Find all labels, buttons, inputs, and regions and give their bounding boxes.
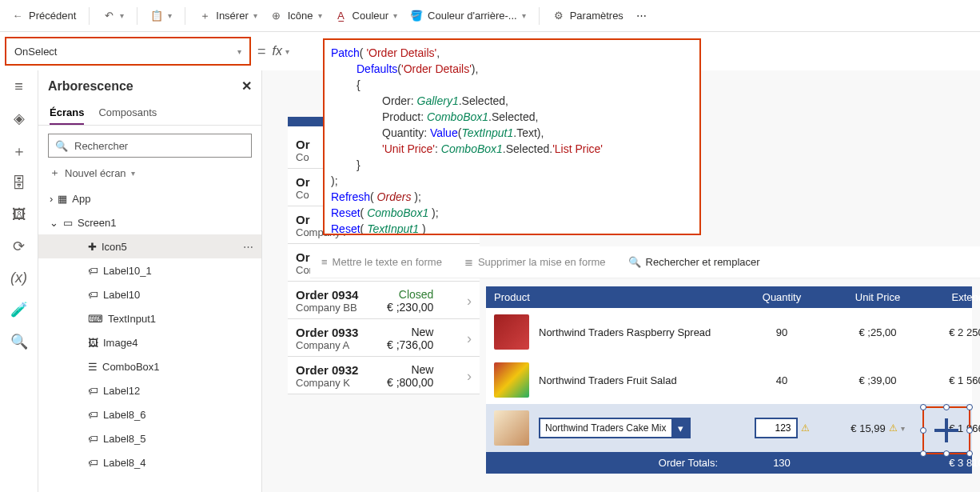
chevron-down-icon: ▾ [168,11,172,20]
tree-node[interactable]: 🏷Label10 [38,282,261,306]
formula-editor[interactable]: Patch( 'Order Details', Defaults('Order … [323,38,701,235]
plus-icon [934,418,958,442]
app-icon: ▦ [58,193,67,205]
equals-label: = [257,43,266,60]
flows-icon[interactable]: ⟳ [13,238,25,255]
product-price: € ;39,00 [830,374,926,386]
undo-button[interactable]: ↶▾ [98,6,129,26]
media-icon[interactable]: 🖼 [12,206,26,223]
add-icon[interactable]: ＋ [12,142,26,161]
insert-button[interactable]: ＋Insérer▾ [193,6,261,26]
tree-node[interactable]: ⌨TextInput1 [38,306,261,330]
close-icon[interactable]: ✕ [241,78,252,94]
menu-icon[interactable]: ≡ [14,78,23,95]
chevron-down-icon[interactable]: ▾ [671,419,689,437]
order-row[interactable]: Order 0933Company ANew€ ;736,00› [288,319,480,357]
totals-ext: € 3 810,00 [926,457,980,469]
formula-format-bar: ≡Mettre le texte en forme ≣Supprimer la … [310,246,980,278]
totals-qty: 130 [734,457,830,469]
back-button[interactable]: ← Précédent [6,6,81,26]
product-price: € 15,99 [851,422,885,434]
tests-icon[interactable]: 🧪 [10,301,28,318]
order-row[interactable]: Order 0932Company KNew€ ;800,00› [288,357,480,394]
undo-icon: ↶ [102,10,115,22]
search-icon: 🔍 [628,256,641,268]
table-row-new[interactable]: Northwind Traders Cake Mix ▾ ⚠ € 15,99 ⚠… [486,404,972,452]
data-icon[interactable]: 🗄 [12,175,26,192]
color-label: Couleur [353,10,389,22]
tree-node[interactable]: 🏷Label12 [38,378,261,402]
tree-node[interactable]: 🏷Label8_6 [38,402,261,426]
bg-color-button[interactable]: 🪣Couleur d'arrière-...▾ [405,6,531,26]
property-selector[interactable]: OnSelect ▾ [5,37,251,66]
overflow-button[interactable]: ⋯ [631,6,651,25]
tree-node[interactable]: 🏷Label8_5 [38,426,261,450]
order-details-table: Product Quantity Unit Price Extended Nor… [486,286,972,474]
paste-button[interactable]: 📋▾ [145,6,177,26]
tree-node[interactable]: 🏷Label8_4 [38,450,261,474]
image-icon: 🖼 [88,337,98,349]
add-icon-control[interactable] [922,406,970,454]
tree-node[interactable]: ☰ComboBox1 [38,354,261,378]
screen-icon: ▭ [63,217,73,229]
fx-icon[interactable]: fx [273,44,282,58]
more-icon[interactable]: ⋯ [243,241,253,253]
plus-icon: ＋ [50,166,60,180]
product-image [494,410,529,446]
layers-icon[interactable]: ◈ [14,110,25,127]
color-button[interactable]: A̲Couleur▾ [330,6,403,26]
chevron-down-icon[interactable]: ▾ [285,47,289,56]
tree-node[interactable]: 🏷Label10_1 [38,258,261,282]
product-combobox[interactable]: Northwind Traders Cake Mix ▾ [539,418,691,438]
more-icon: ⋯ [636,10,647,22]
tree-node-app[interactable]: ›▦App [38,186,261,210]
remove-format-button[interactable]: ≣Supprimer la mise en forme [464,256,606,268]
icon-button[interactable]: ⊕Icône▾ [265,6,327,26]
warning-icon: ⚠ [801,422,810,434]
bgcolor-label: Couleur d'arrière-... [428,10,517,22]
tree-node[interactable]: 🖼Image4 [38,330,261,354]
chevron-right-icon: › [467,330,472,347]
search-icon[interactable]: 🔍 [10,333,28,350]
tree-node-screen1[interactable]: ⌄▭Screen1 [38,210,261,234]
product-qty: 40 [734,374,830,386]
warning-icon: ⚠ [889,422,898,434]
quantity-input[interactable] [755,418,798,438]
product-ext: € 1 560,00 [926,374,980,386]
chevron-down-icon: ▾ [131,169,135,178]
format-text-button[interactable]: ≡Mettre le texte en forme [321,256,442,268]
back-label: Précédent [29,10,76,22]
find-replace-button[interactable]: 🔍Rechercher et remplacer [628,256,760,268]
combobox-value: Northwind Traders Cake Mix [540,422,671,434]
label-icon: 🏷 [88,433,98,445]
gear-icon: ⚙ [552,10,565,22]
settings-label: Paramètres [570,10,623,22]
product-ext: € 2 250,00 [926,326,980,338]
chevron-right-icon: › [467,368,472,385]
search-icon: 🔍 [55,140,68,152]
new-screen-button[interactable]: ＋ Nouvel écran ▾ [38,162,261,186]
property-name: OnSelect [14,46,57,58]
search-input[interactable]: 🔍 Rechercher [48,134,252,158]
label-icon: 🏷 [88,457,98,469]
order-row[interactable]: Order 0934Company BBClosed€ ;230,00› [288,282,480,319]
settings-button[interactable]: ⚙Paramètres [548,6,628,26]
table-row[interactable]: Northwind Traders Raspberry Spread 90 € … [486,308,972,356]
table-row[interactable]: Northwind Traders Fruit Salad 40 € ;39,0… [486,356,972,404]
outdent-icon: ≣ [464,256,473,268]
totals-label: Order Totals: [494,457,734,469]
search-placeholder: Rechercher [74,140,128,152]
col-product: Product [494,291,734,303]
command-bar: ← Précédent ↶▾ 📋▾ ＋Insérer▾ ⊕Icône▾ A̲Co… [0,0,980,32]
product-qty: 90 [734,326,830,338]
tab-components[interactable]: Composants [98,102,157,125]
tab-screens[interactable]: Écrans [50,102,84,125]
product-price: € ;25,00 [830,326,926,338]
variables-icon[interactable]: (x) [10,270,27,286]
col-quantity: Quantity [734,291,830,303]
clipboard-icon: 📋 [150,10,163,22]
chevron-down-icon: ▾ [522,11,526,20]
plus-icon: ＋ [198,10,211,22]
tree-node-icon5[interactable]: ✚Icon5⋯ [38,234,261,258]
indent-icon: ≡ [321,256,328,268]
